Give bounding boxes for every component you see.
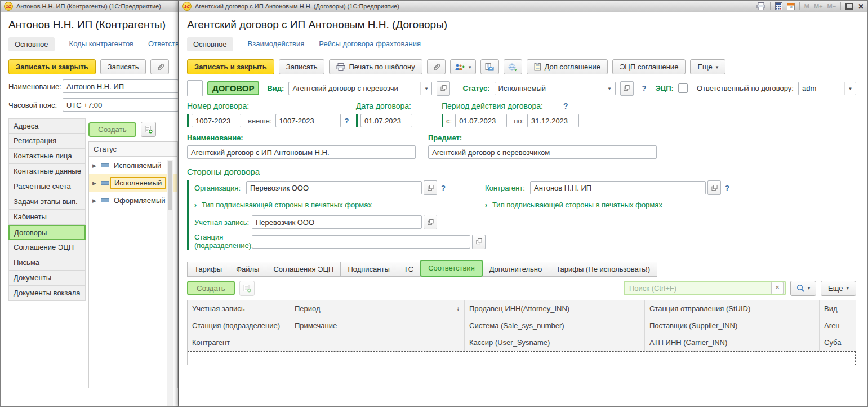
status-help-link[interactable]: ? (642, 84, 647, 92)
clear-search-icon[interactable]: × (771, 282, 784, 294)
memory-minus-button[interactable]: M− (827, 3, 836, 10)
column-header[interactable]: Суба (820, 334, 856, 351)
period-help-link[interactable]: ? (563, 101, 568, 110)
subject-field[interactable]: Агентский договор с перевозчиком (428, 145, 657, 159)
print-icon[interactable] (756, 2, 765, 10)
calendar-icon[interactable]: 31 (787, 2, 795, 10)
column-header[interactable]: Станция отправления (StUID) (645, 300, 820, 317)
sidebar-item-documents[interactable]: Документы (8, 271, 86, 286)
period-to-field[interactable]: 31.12.2023 (527, 114, 579, 127)
scrollbar-thumb[interactable] (168, 161, 172, 210)
column-header[interactable]: Станция (подразделение) (188, 317, 290, 334)
tab-counterparty-codes[interactable]: Коды контрагентов (69, 39, 134, 48)
column-header[interactable]: Вид (820, 300, 856, 317)
close-icon[interactable]: ✕ (858, 2, 864, 11)
signer-type-link-right[interactable]: › Тип подписывающей стороны в печатных ф… (485, 201, 729, 209)
attach-button[interactable] (150, 59, 169, 74)
memory-plus-button[interactable]: M+ (814, 3, 823, 10)
memory-button[interactable]: M (804, 3, 809, 10)
external-number-field[interactable]: 1007-2023 (275, 114, 341, 127)
period-from-field[interactable]: 01.07.2023 (455, 114, 507, 127)
column-header[interactable]: Аген (820, 317, 856, 334)
tab-additional[interactable]: Дополнительно (482, 262, 550, 277)
expand-icon[interactable]: ▶ (92, 163, 96, 169)
tab-correspondences[interactable]: Соответствия (420, 260, 483, 277)
organization-field[interactable]: Перевозчик ООО (246, 181, 422, 194)
titlebar-right[interactable]: 1С Агентский договор с ИП Антоновым Н.Н.… (179, 1, 867, 12)
send-edo-button[interactable] (480, 59, 499, 74)
kind-combobox[interactable]: Агентский договор с перевозчи ▾ (288, 82, 432, 95)
contract-name-field[interactable]: Агентский договор с ИП Антоновым Н.Н. (187, 145, 416, 159)
status-combobox[interactable]: Исполняемый ▾ (495, 82, 616, 95)
dropdown-icon[interactable]: ▾ (420, 82, 431, 95)
sidebar-item-contact-data[interactable]: Контактные данные (8, 164, 86, 179)
number-help-link[interactable]: ? (345, 117, 349, 125)
expand-icon[interactable]: ▶ (92, 198, 96, 203)
search-options-button[interactable]: ▾ (790, 281, 816, 296)
save-button[interactable]: Записать (100, 59, 146, 74)
responsible-combobox[interactable]: adm ▾ (798, 82, 856, 95)
extra-agreement-button[interactable]: Доп соглашение (527, 59, 608, 74)
attach-button[interactable] (427, 59, 446, 74)
maximize-icon[interactable] (845, 3, 853, 10)
tab-main[interactable]: Основное (187, 37, 233, 51)
search-input[interactable] (625, 284, 771, 293)
account-field[interactable]: Перевозчик ООО (252, 215, 422, 229)
tab-charter-trips[interactable]: Рейсы договора фрахтования (319, 39, 421, 48)
contract-row[interactable]: ▶ Исполняемый (89, 157, 177, 174)
sidebar-item-eds-agreement[interactable]: Соглашение ЭЦП (8, 240, 86, 255)
column-header[interactable]: Кассир (User_Sysname) (465, 334, 645, 351)
station-field[interactable] (252, 235, 470, 249)
save-and-close-button[interactable]: Записать и закрыть (8, 59, 96, 74)
name-field[interactable]: Антонов Н.Н. ИП (63, 79, 179, 93)
sidebar-item-bank-accounts[interactable]: Расчетные счета (8, 179, 86, 194)
sidebar-item-addresses[interactable]: Адреса (8, 118, 86, 134)
sidebar-item-contact-persons[interactable]: Контактные лица (8, 149, 86, 164)
pick-users-button[interactable]: ▾ (450, 59, 476, 74)
create-by-copy-button[interactable] (239, 281, 255, 296)
sidebar-item-contracts[interactable]: Договоры (8, 225, 86, 240)
create-correspondence-button[interactable]: Создать (187, 281, 235, 295)
contract-row[interactable]: ▶ Оформляемый (89, 192, 177, 209)
create-contract-button[interactable]: Создать (88, 122, 136, 137)
account-open-button[interactable] (424, 215, 437, 229)
column-header[interactable]: Система (Sale_sys_number) (465, 317, 645, 334)
tab-files[interactable]: Файлы (229, 262, 266, 277)
dropdown-icon[interactable]: ▾ (844, 82, 856, 95)
tab-vehicles[interactable]: ТС (397, 262, 421, 277)
titlebar-left[interactable]: 1С Антонов Н.Н. ИП (Контрагенты) (1С:Пре… (1, 1, 178, 12)
organization-help-link[interactable]: ? (441, 184, 446, 192)
tab-tariffs-deprecated[interactable]: Тарифы (Не использовать!) (549, 262, 657, 277)
more-button[interactable]: Еще ▾ (690, 59, 725, 74)
status-open-button[interactable] (620, 81, 634, 96)
table-more-button[interactable]: Еще ▾ (821, 281, 856, 296)
tab-interactions[interactable]: Взаимодействия (248, 39, 305, 48)
status-column-header[interactable]: Статус (89, 142, 177, 157)
column-header[interactable]: Контрагент (188, 334, 290, 351)
tab-tariffs[interactable]: Тарифы (187, 262, 229, 277)
print-by-template-button[interactable]: Печать по шаблону (329, 59, 422, 74)
calculator-icon[interactable] (775, 2, 782, 10)
refresh-web-button[interactable] (504, 59, 522, 74)
create-by-copy-button[interactable] (141, 122, 156, 137)
column-header[interactable]: Продавец ИНН(Attorney_INN) (465, 300, 645, 317)
contract-row-selected[interactable]: ▶ Исполняемый (89, 174, 177, 192)
column-header[interactable]: Примечание (290, 317, 465, 334)
save-and-close-button[interactable]: Записать и закрыть (187, 59, 274, 74)
column-header[interactable]: Учетная запись (188, 300, 290, 317)
counterparty-help-link[interactable]: ? (725, 184, 729, 192)
expand-icon[interactable]: ▶ (92, 180, 96, 186)
flag-checkbox[interactable] (187, 80, 203, 96)
sidebar-item-registration[interactable]: Регистрация (8, 134, 86, 149)
station-open-button[interactable] (472, 235, 486, 249)
empty-table-row[interactable] (188, 351, 856, 365)
tab-main[interactable]: Основное (8, 37, 55, 51)
contract-date-field[interactable]: 01.07.2023 (360, 114, 412, 127)
column-header[interactable] (290, 334, 465, 351)
save-button[interactable]: Записать (279, 59, 325, 74)
scrollbar-vertical[interactable] (167, 160, 173, 407)
sidebar-item-letters[interactable]: Письма (8, 255, 86, 271)
contract-number-field[interactable]: 1007-2023 (192, 114, 241, 127)
column-header-period[interactable]: Период ↓ (290, 300, 465, 317)
signer-type-link-left[interactable]: › Тип подписывающей стороны в печатных ф… (194, 201, 466, 209)
